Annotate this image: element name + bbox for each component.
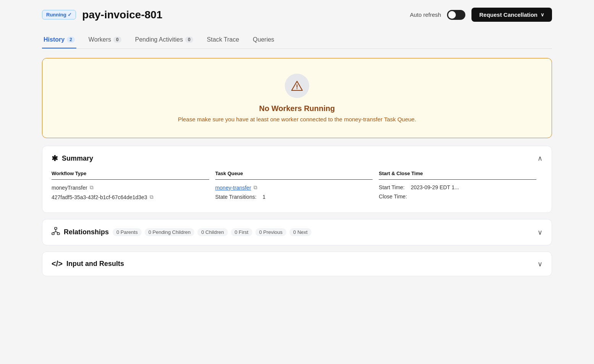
relationships-icon bbox=[52, 227, 60, 237]
relationships-card-header[interactable]: Relationships 0 Parents 0 Pending Childr… bbox=[42, 219, 552, 245]
tab-history-label: History bbox=[44, 36, 65, 43]
rel-badge-pending-children: 0 Pending Children bbox=[145, 228, 195, 236]
tab-queries-label: Queries bbox=[253, 36, 274, 43]
running-badge: Running ✓ bbox=[42, 10, 76, 19]
task-queue-link[interactable]: money-transfer bbox=[215, 185, 251, 191]
svg-rect-4 bbox=[57, 233, 60, 235]
state-transitions-value: State Transitions: 1 bbox=[215, 194, 373, 200]
relationships-title: Relationships bbox=[64, 228, 109, 236]
start-close-time-header: Start & Close Time bbox=[379, 171, 536, 180]
rel-badge-previous: 0 Previous bbox=[255, 228, 286, 236]
relationships-header-left: Relationships 0 Parents 0 Pending Childr… bbox=[52, 227, 312, 237]
tab-stack-trace-label: Stack Trace bbox=[207, 36, 239, 43]
tab-pending-activities-label: Pending Activities bbox=[135, 36, 183, 43]
summary-title: Summary bbox=[62, 155, 93, 163]
asterisk-icon: ✱ bbox=[52, 154, 58, 163]
svg-rect-2 bbox=[55, 227, 57, 229]
relationships-card: Relationships 0 Parents 0 Pending Childr… bbox=[42, 219, 552, 245]
warning-icon-wrap bbox=[285, 74, 309, 98]
close-time-value: Close Time: bbox=[379, 193, 536, 200]
summary-card-body: Workflow Type moneyTransfer ⧉ 427fadf5-3… bbox=[42, 171, 552, 213]
summary-card-header[interactable]: ✱ Summary ∧ bbox=[42, 146, 552, 171]
svg-line-6 bbox=[53, 232, 56, 233]
warning-triangle-icon bbox=[291, 80, 303, 92]
tab-pending-activities[interactable]: Pending Activities 0 bbox=[134, 32, 195, 48]
start-time-value: Start Time: 2023-09-29 EDT 1... bbox=[379, 184, 536, 190]
copy-workflow-type-icon[interactable]: ⧉ bbox=[90, 184, 94, 191]
summary-header-left: ✱ Summary bbox=[52, 154, 93, 163]
tab-history[interactable]: History 2 bbox=[42, 32, 76, 48]
tab-bar: History 2 Workers 0 Pending Activities 0… bbox=[42, 32, 552, 49]
auto-refresh-toggle[interactable] bbox=[447, 10, 465, 20]
summary-grid: Workflow Type moneyTransfer ⧉ 427fadf5-3… bbox=[52, 171, 542, 203]
tab-workers-label: Workers bbox=[89, 36, 111, 43]
toggle-knob bbox=[448, 11, 456, 19]
input-results-title: Input and Results bbox=[66, 260, 124, 268]
rel-badge-children: 0 Children bbox=[197, 228, 228, 236]
header-right: Auto refresh Request Cancellation ∨ bbox=[410, 8, 552, 22]
summary-col-workflow-type: Workflow Type moneyTransfer ⧉ 427fadf5-3… bbox=[52, 171, 215, 203]
summary-col-time: Start & Close Time Start Time: 2023-09-2… bbox=[379, 171, 542, 203]
svg-point-1 bbox=[297, 88, 297, 89]
summary-chevron-up-icon: ∧ bbox=[538, 154, 542, 163]
warning-message: Please make sure you have at least one w… bbox=[178, 116, 416, 122]
input-results-chevron-down-icon: ∨ bbox=[538, 260, 542, 268]
warning-box: No Workers Running Please make sure you … bbox=[42, 58, 552, 138]
auto-refresh-label: Auto refresh bbox=[410, 11, 441, 18]
tab-pending-activities-badge: 0 bbox=[185, 37, 193, 43]
svg-line-7 bbox=[56, 232, 58, 233]
chevron-down-icon: ∨ bbox=[541, 12, 544, 18]
relationships-chevron-down-icon: ∨ bbox=[538, 228, 542, 237]
tab-workers[interactable]: Workers 0 bbox=[87, 32, 123, 48]
request-cancel-button[interactable]: Request Cancellation ∨ bbox=[471, 8, 552, 22]
rel-badge-first: 0 First bbox=[231, 228, 252, 236]
tab-stack-trace[interactable]: Stack Trace bbox=[205, 32, 241, 48]
summary-col-task-queue: Task Queue money-transfer ⧉ State Transi… bbox=[215, 171, 379, 203]
header-left: Running ✓ pay-invoice-801 bbox=[42, 9, 162, 21]
input-results-header-left: </> Input and Results bbox=[52, 259, 124, 268]
svg-rect-3 bbox=[52, 233, 54, 235]
workflow-type-value: moneyTransfer ⧉ bbox=[52, 184, 209, 191]
request-cancel-label: Request Cancellation bbox=[479, 11, 538, 18]
input-results-card-header[interactable]: </> Input and Results ∨ bbox=[42, 252, 552, 276]
tab-history-badge: 2 bbox=[67, 37, 75, 43]
task-queue-value: money-transfer ⧉ bbox=[215, 184, 373, 191]
page-header: Running ✓ pay-invoice-801 Auto refresh R… bbox=[42, 8, 552, 22]
rel-badge-parents: 0 Parents bbox=[113, 228, 142, 236]
task-queue-header: Task Queue bbox=[215, 171, 373, 180]
rel-badge-next: 0 Next bbox=[289, 228, 312, 236]
copy-task-queue-icon[interactable]: ⧉ bbox=[253, 184, 257, 191]
workflow-type-header: Workflow Type bbox=[52, 171, 209, 180]
tab-workers-badge: 0 bbox=[113, 37, 121, 43]
tab-queries[interactable]: Queries bbox=[251, 32, 276, 48]
relationships-badges: 0 Parents 0 Pending Children 0 Children … bbox=[113, 228, 312, 236]
warning-title: No Workers Running bbox=[259, 104, 335, 113]
workflow-title: pay-invoice-801 bbox=[82, 9, 162, 21]
summary-card: ✱ Summary ∧ Workflow Type moneyTransfer … bbox=[42, 146, 552, 213]
input-results-card: </> Input and Results ∨ bbox=[42, 251, 552, 276]
workflow-id-value: 427fadf5-35a3-43f2-b1cf-67c64de1d3e3 ⧉ bbox=[52, 194, 209, 200]
code-icon: </> bbox=[52, 259, 63, 268]
copy-workflow-id-icon[interactable]: ⧉ bbox=[150, 194, 153, 200]
